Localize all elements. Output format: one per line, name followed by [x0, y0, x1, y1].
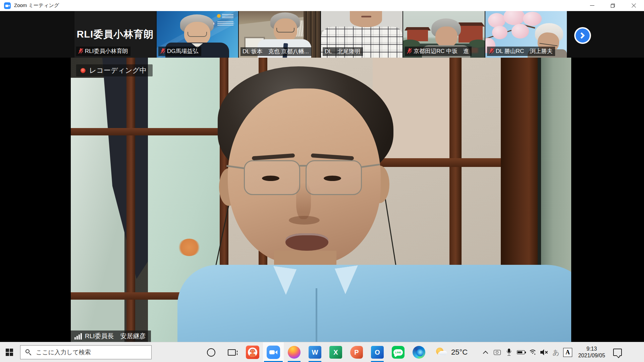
speaker-shirt — [177, 265, 571, 342]
task-view-button[interactable] — [221, 342, 242, 362]
window-titlebar: Zoom ミーティング — [0, 0, 644, 11]
clock-time: 9:13 — [574, 346, 610, 352]
powerpoint-taskbar-button[interactable]: P — [346, 342, 367, 362]
line-icon: LINE — [392, 346, 405, 359]
zoom-camera-icon — [267, 346, 280, 359]
powerpoint-icon: P — [350, 346, 363, 359]
speaker-name-label: RLI委員長 安居継彦 — [71, 330, 151, 342]
excel-taskbar-button[interactable]: X — [325, 342, 346, 362]
windows-logo-icon — [6, 349, 13, 356]
mic-muted-icon — [78, 48, 83, 54]
outlook-taskbar-button[interactable]: O — [367, 342, 388, 362]
signal-strength-icon — [74, 333, 82, 340]
edge-taskbar-button[interactable] — [409, 342, 429, 362]
zoom-app-icon — [4, 2, 11, 9]
headset-person-app-icon — [246, 346, 259, 359]
battery-icon — [517, 350, 525, 354]
participant-name-text: 京都田辺RC 中坂 進 — [414, 48, 469, 54]
participant-face — [350, 11, 382, 27]
next-page-button[interactable] — [574, 27, 591, 44]
weather-widget[interactable]: 25°C — [433, 342, 470, 362]
action-center-button[interactable] — [610, 342, 625, 362]
zoom-taskbar-button[interactable] — [263, 342, 284, 362]
edge-icon — [413, 346, 425, 359]
taskbar-search[interactable] — [20, 345, 152, 359]
participant-name-label: DL 坂本 克也 京都八幡... — [240, 47, 312, 56]
battery-tray-button[interactable] — [515, 342, 527, 362]
minimize-icon — [590, 5, 594, 6]
recording-text: レコーディング中 — [89, 66, 147, 75]
search-input[interactable] — [36, 349, 147, 356]
mic-muted-icon — [407, 48, 412, 54]
task-view-icon — [228, 349, 236, 356]
temperature-text: 25°C — [451, 348, 468, 357]
video-gallery-strip: RLI委員小林育朗 RLI委員小林育朗 DG馬場益弘 DL 坂本 克也 京都八幡… — [0, 11, 644, 58]
minimize-button[interactable] — [582, 0, 602, 11]
camera-tray-button[interactable] — [491, 342, 503, 362]
participant-tile-sakamoto[interactable]: DL 坂本 克也 京都八幡... — [239, 11, 320, 58]
participant-name-label: DL 北尾隆明 — [323, 47, 363, 56]
windows-taskbar: W X P O LINE 25°C — [0, 342, 644, 362]
mic-muted-icon — [160, 48, 165, 54]
wifi-icon — [529, 350, 537, 355]
line-taskbar-button[interactable]: LINE — [388, 342, 409, 362]
microphone-icon — [506, 349, 512, 356]
excel-icon: X — [329, 346, 342, 359]
speaker-banner-text: RLI委員小林育朗 — [77, 28, 154, 41]
participant-name-label: DG馬場益弘 — [158, 47, 201, 56]
rotary-logo-icon — [217, 14, 221, 18]
hidden-icons-button[interactable] — [480, 342, 491, 362]
taskbar-clock[interactable]: 9:13 2021/09/05 — [574, 346, 610, 359]
taskbar-app-icons: W X P O LINE — [201, 342, 429, 362]
firefox-icon — [288, 346, 301, 359]
main-speaker-video: レコーディング中 RLI委員長 安居継彦 — [71, 58, 571, 342]
start-button[interactable] — [0, 342, 19, 362]
participant-tile-kobayashi[interactable]: RLI委員小林育朗 RLI委員小林育朗 — [74, 11, 156, 58]
speaker-face — [228, 88, 381, 264]
participant-name-label: 京都田辺RC 中坂 進 — [405, 47, 472, 56]
clock-date: 2021/09/05 — [574, 352, 610, 359]
word-taskbar-button[interactable]: W — [305, 342, 325, 362]
restore-button[interactable] — [602, 0, 623, 11]
ime-mode-button[interactable]: A — [562, 342, 574, 362]
chevron-up-icon — [483, 351, 488, 356]
participant-name-text: DL 北尾隆明 — [325, 49, 360, 54]
word-icon: W — [309, 346, 321, 359]
cortana-icon — [207, 348, 215, 357]
system-tray: あ A 9:13 2021/09/05 — [480, 342, 625, 362]
ime-hiragana-icon: あ — [552, 348, 559, 357]
participant-tile-nakasaka[interactable]: 京都田辺RC 中坂 進 — [403, 11, 485, 58]
participant-name-label: RLI委員小林育朗 — [76, 47, 130, 56]
participant-tile-kitao[interactable]: DL 北尾隆明 — [321, 11, 402, 58]
speaker-name-text: RLI委員長 安居継彦 — [85, 332, 146, 341]
close-button[interactable] — [623, 0, 644, 11]
chevron-right-icon — [578, 32, 585, 39]
participant-name-text: DL 坂本 克也 京都八幡... — [243, 49, 309, 54]
participant-name-text: DG馬場益弘 — [167, 48, 199, 54]
camera-icon — [494, 350, 501, 355]
window-title: Zoom ミーティング — [14, 2, 59, 9]
wifi-tray-button[interactable] — [527, 342, 538, 362]
sun-cloud-icon — [436, 348, 447, 357]
ime-mode-icon: A — [563, 348, 572, 357]
recording-indicator: レコーディング中 — [76, 64, 153, 76]
cortana-button[interactable] — [201, 342, 221, 362]
notification-icon — [613, 349, 622, 356]
ime-hiragana-button[interactable]: あ — [550, 342, 562, 362]
search-icon — [25, 349, 32, 355]
meeting-support-app-button[interactable] — [242, 342, 263, 362]
mic-muted-icon — [489, 48, 494, 54]
window-controls — [582, 0, 644, 11]
restore-icon — [611, 4, 615, 8]
recording-dot-icon — [80, 68, 86, 73]
participant-name-text: RLI委員小林育朗 — [85, 48, 128, 54]
firefox-taskbar-button[interactable] — [284, 342, 305, 362]
microphone-tray-button[interactable] — [503, 342, 515, 362]
participant-tile-baba[interactable]: DG馬場益弘 — [157, 11, 238, 58]
participant-name-label: DL 勝山RC 渕上勝夫 — [487, 47, 555, 56]
close-icon — [631, 3, 636, 8]
speaker-muted-icon — [540, 349, 548, 355]
volume-tray-button[interactable] — [538, 342, 550, 362]
participant-face — [435, 26, 458, 47]
participant-tile-fuchigami[interactable]: DL 勝山RC 渕上勝夫 — [485, 11, 567, 58]
